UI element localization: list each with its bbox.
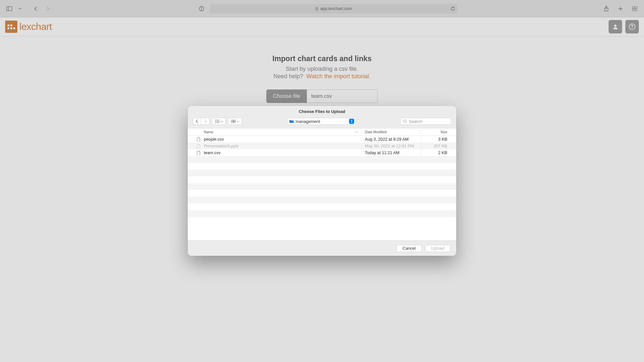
- file-row[interactable]: people.csvAug 3, 2022 at 8:29 AM3 KB: [188, 136, 456, 143]
- svg-rect-18: [231, 120, 233, 121]
- empty-row: [188, 203, 456, 210]
- svg-point-16: [215, 121, 216, 122]
- search-icon: [403, 119, 407, 123]
- svg-point-15: [215, 120, 216, 120]
- dialog-back-button[interactable]: [193, 118, 201, 125]
- folder-name: management: [296, 119, 320, 124]
- file-icon: [196, 150, 201, 155]
- file-date: Aug 3, 2022 at 8:29 AM: [361, 137, 421, 142]
- sort-caret-icon: [355, 131, 358, 133]
- group-button[interactable]: [229, 118, 242, 125]
- column-size[interactable]: Size: [421, 130, 453, 134]
- folder-icon: [289, 120, 294, 123]
- empty-row: [188, 197, 456, 203]
- cancel-button[interactable]: Cancel: [396, 245, 421, 252]
- dialog-title: Choose Files to Upload: [188, 106, 456, 116]
- file-list: Name Date Modified Size people.csvAug 3,…: [188, 128, 456, 240]
- search-placeholder: Search: [409, 119, 422, 124]
- empty-row: [188, 170, 456, 176]
- file-icon: [196, 144, 201, 149]
- upload-button[interactable]: Upload: [425, 245, 450, 252]
- empty-row: [188, 163, 456, 170]
- file-name: Presentation3.pptx: [204, 144, 239, 148]
- dialog-footer: Cancel Upload: [188, 240, 456, 256]
- file-name: people.csv: [204, 137, 224, 142]
- folder-stepper-icon[interactable]: [349, 119, 354, 124]
- list-view-button[interactable]: [213, 118, 226, 125]
- empty-row: [188, 183, 456, 190]
- svg-line-23: [406, 122, 407, 123]
- empty-row: [188, 210, 456, 217]
- empty-row: [188, 190, 456, 197]
- empty-row: [188, 156, 456, 163]
- dialog-search[interactable]: Search: [400, 118, 451, 125]
- svg-point-22: [403, 120, 406, 122]
- file-name: team.csv: [204, 150, 221, 155]
- folder-select[interactable]: management: [287, 118, 356, 125]
- file-size: 2 KB: [421, 150, 453, 155]
- file-row[interactable]: team.csvToday at 11:21 AM2 KB: [188, 149, 456, 156]
- file-size: 257 KB: [421, 144, 453, 148]
- file-row: Presentation3.pptxMay 30, 2022 at 12:41 …: [188, 143, 456, 149]
- file-date: May 30, 2022 at 12:41 PM: [361, 144, 421, 148]
- svg-rect-21: [234, 122, 236, 123]
- file-size: 3 KB: [421, 137, 453, 142]
- column-date[interactable]: Date Modified: [361, 130, 421, 134]
- svg-rect-19: [234, 120, 236, 121]
- file-dialog: Choose Files to Upload: [188, 106, 456, 256]
- dialog-forward-button[interactable]: [201, 118, 210, 125]
- svg-rect-20: [231, 122, 233, 123]
- empty-row: [188, 176, 456, 183]
- table-header: Name Date Modified Size: [188, 128, 456, 136]
- file-icon: [196, 137, 201, 142]
- column-name[interactable]: Name: [188, 130, 361, 134]
- dialog-toolbar: management Search: [188, 116, 456, 128]
- svg-point-17: [215, 122, 216, 123]
- file-date: Today at 11:21 AM: [361, 150, 421, 155]
- empty-row: [188, 217, 456, 224]
